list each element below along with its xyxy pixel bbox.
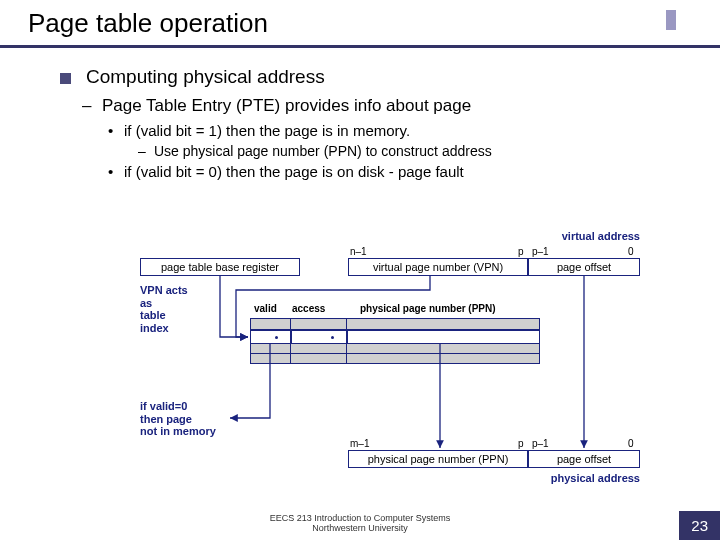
ptbr-box: page table base register — [140, 258, 300, 276]
pt-row-selected — [250, 330, 540, 344]
bit-p: p — [518, 438, 524, 449]
pt-row-gray — [250, 318, 540, 330]
divider — [291, 331, 292, 343]
physical-address-label: physical address — [551, 472, 640, 484]
bit-p: p — [518, 246, 524, 257]
diagram: virtual address n–1 p p–1 0 virtual page… — [130, 230, 670, 500]
ppn-header-label: physical page number (PPN) — [360, 303, 496, 314]
access-label: access — [292, 303, 325, 314]
valid-dot-icon — [275, 336, 278, 339]
bit-0: 0 — [628, 438, 634, 449]
divider — [347, 331, 348, 343]
bullet-lvl4: Use physical page number (PPN) to constr… — [60, 143, 690, 159]
access-dot-icon — [331, 336, 334, 339]
bullet-lvl2: Page Table Entry (PTE) provides info abo… — [60, 96, 690, 116]
page-offset-box-bottom: page offset — [528, 450, 640, 468]
valid-label: valid — [254, 303, 277, 314]
title-area: Page table operation — [0, 0, 720, 39]
slide-title: Page table operation — [28, 8, 720, 39]
bit-0: 0 — [628, 246, 634, 257]
if-valid0-label: if valid=0 then page not in memory — [140, 400, 216, 438]
content: Computing physical address Page Table En… — [0, 48, 720, 180]
bullet-lvl1: Computing physical address — [60, 66, 690, 88]
bullet-lvl3: if (valid bit = 1) then the page is in m… — [60, 122, 690, 139]
virtual-address-label: virtual address — [562, 230, 640, 242]
bit-n1: n–1 — [350, 246, 367, 257]
bit-p1: p–1 — [532, 438, 549, 449]
pt-row-gray — [250, 344, 540, 354]
footer-line2: Northwestern University — [0, 524, 720, 534]
bullet-lvl3: if (valid bit = 0) then the page is on d… — [60, 163, 690, 180]
ppn-box: physical page number (PPN) — [348, 450, 528, 468]
divider — [290, 318, 291, 364]
footer: EECS 213 Introduction to Computer System… — [0, 514, 720, 534]
divider — [346, 318, 347, 364]
accent-bar — [666, 10, 676, 30]
page-offset-box-top: page offset — [528, 258, 640, 276]
vpn-box: virtual page number (VPN) — [348, 258, 528, 276]
bit-p1: p–1 — [532, 246, 549, 257]
page-number: 23 — [679, 511, 720, 540]
vpn-acts-label: VPN acts as table index — [140, 284, 188, 335]
pt-row-gray — [250, 354, 540, 364]
bit-m1: m–1 — [350, 438, 369, 449]
